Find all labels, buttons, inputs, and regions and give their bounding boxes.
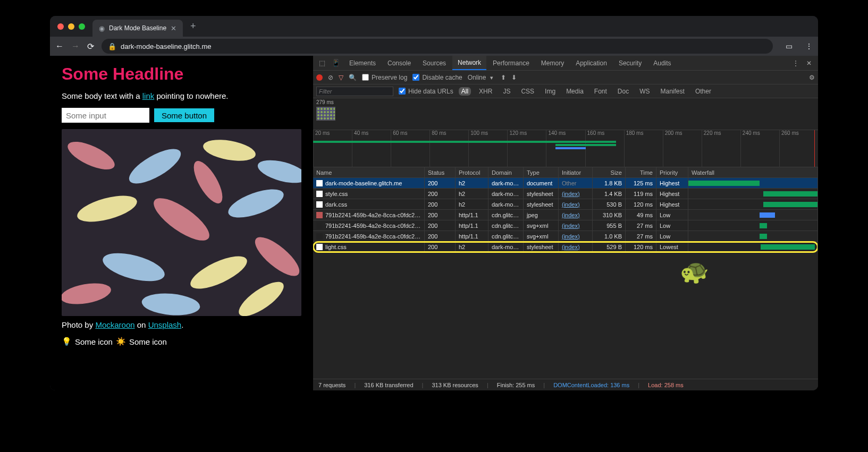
lock-icon: 🔒 <box>108 42 116 50</box>
credit-site-link[interactable]: Unsplash <box>148 320 182 329</box>
browser-window: ◉ Dark Mode Baseline ✕ + ← → ⟳ 🔒 dark-mo… <box>50 16 818 390</box>
col-time[interactable]: Time <box>626 167 656 177</box>
image-credit: Photo by Mockaroon on Unsplash. <box>62 320 301 329</box>
settings-icon[interactable]: ⚙ <box>809 74 815 81</box>
sb-load: Load: 258 ms <box>648 382 684 388</box>
col-type[interactable]: Type <box>524 167 559 177</box>
minimize-window-button[interactable] <box>68 23 74 30</box>
search-icon[interactable]: 🔍 <box>349 74 357 81</box>
close-window-button[interactable] <box>57 23 64 30</box>
waterfall-timeline-ruler[interactable]: 20 ms40 ms60 ms80 ms100 ms120 ms140 ms16… <box>313 130 818 167</box>
icon-label-1: Some icon <box>75 337 113 346</box>
timeline-tick: 100 ms <box>468 130 507 167</box>
browser-tab[interactable]: ◉ Dark Mode Baseline ✕ <box>92 20 183 37</box>
network-overview[interactable]: 279 ms <box>313 98 818 130</box>
forward-button[interactable]: → <box>71 41 80 51</box>
timeline-tick: 20 ms <box>313 130 352 167</box>
devtools-tab-application[interactable]: Application <box>570 56 612 70</box>
filter-type-img[interactable]: Img <box>542 87 558 96</box>
table-row[interactable]: 791b2241-459b-4a2e-8cca-c0fdc2…200http/1… <box>313 220 818 231</box>
col-protocol[interactable]: Protocol <box>456 167 488 177</box>
table-row[interactable]: dark-mode-baseline.glitch.me200h2dark-mo… <box>313 178 818 189</box>
table-row[interactable]: 791b2241-459b-4a2e-8cca-c0fdc2…200http/1… <box>313 210 818 220</box>
filter-type-other[interactable]: Other <box>693 87 714 96</box>
browser-menu-icon[interactable]: ⋮ <box>805 42 813 50</box>
icon-label-2: Some icon <box>129 337 167 346</box>
filter-type-js[interactable]: JS <box>500 87 513 96</box>
timeline-tick: 180 ms <box>624 130 663 167</box>
filter-type-xhr[interactable]: XHR <box>476 87 495 96</box>
filter-type-all[interactable]: All <box>459 87 471 96</box>
page-headline: Some Headline <box>62 64 301 84</box>
col-domain[interactable]: Domain <box>488 167 524 177</box>
devtools-tab-sources[interactable]: Sources <box>417 56 451 70</box>
table-row[interactable]: style.css200h2dark-mo…stylesheet(index)1… <box>313 189 818 199</box>
url-text: dark-mode-baseline.glitch.me <box>121 42 212 50</box>
devtools-menu-icon[interactable]: ⋮ <box>789 59 802 67</box>
devtools-panel: ⬚ 📱 ElementsConsoleSourcesNetworkPerform… <box>313 56 818 390</box>
throttle-select[interactable]: Online ▾ <box>468 74 495 81</box>
body-link[interactable]: link <box>142 91 155 100</box>
table-row[interactable]: light.css200h2dark-mo…stylesheet(index)5… <box>313 242 818 252</box>
devtools-close-icon[interactable]: ✕ <box>803 59 815 67</box>
filter-type-ws[interactable]: WS <box>637 87 652 96</box>
devtools-tab-audits[interactable]: Audits <box>648 56 676 70</box>
back-button[interactable]: ← <box>55 41 64 51</box>
devtools-tabs: ⬚ 📱 ElementsConsoleSourcesNetworkPerform… <box>313 56 818 71</box>
col-initiator[interactable]: Initiator <box>559 167 593 177</box>
file-icon <box>316 244 323 250</box>
devtools-tab-elements[interactable]: Elements <box>344 56 381 70</box>
table-row[interactable]: 791b2241-459b-4a2e-8cca-c0fdc2…200http/1… <box>313 231 818 242</box>
filter-input[interactable] <box>316 87 393 96</box>
col-priority[interactable]: Priority <box>656 167 688 177</box>
sb-transferred: 316 KB transferred <box>364 382 413 388</box>
col-size[interactable]: Size <box>593 167 626 177</box>
close-tab-icon[interactable]: ✕ <box>171 24 176 32</box>
filter-type-media[interactable]: Media <box>563 87 586 96</box>
browser-toolbar: ← → ⟳ 🔒 dark-mode-baseline.glitch.me ▭ ⋮ <box>50 37 818 56</box>
reload-button[interactable]: ⟳ <box>87 41 94 52</box>
filter-type-font[interactable]: Font <box>592 87 610 96</box>
filter-type-doc[interactable]: Doc <box>615 87 631 96</box>
icons-row: 💡 Some icon ☀️ Some icon <box>62 337 301 346</box>
upload-icon[interactable]: ⬆ <box>501 74 506 81</box>
clear-icon[interactable]: ⊘ <box>328 74 333 81</box>
network-toolbar: ⊘ ▽ 🔍 Preserve log Disable cache Online … <box>313 71 818 84</box>
disable-cache-checkbox[interactable]: Disable cache <box>412 74 462 81</box>
maximize-window-button[interactable] <box>79 23 85 30</box>
timeline-tick: 200 ms <box>663 130 702 167</box>
sun-icon: ☀️ <box>116 337 126 346</box>
sb-domcontentloaded: DOMContentLoaded: 136 ms <box>553 382 629 388</box>
file-icon <box>316 223 323 229</box>
credit-author-link[interactable]: Mockaroon <box>95 320 134 329</box>
new-tab-button[interactable]: + <box>190 21 196 32</box>
col-status[interactable]: Status <box>425 167 456 177</box>
table-row[interactable]: dark.css200h2dark-mo…stylesheet(index)53… <box>313 199 818 210</box>
devtools-tab-memory[interactable]: Memory <box>536 56 569 70</box>
preserve-log-checkbox[interactable]: Preserve log <box>362 74 407 81</box>
timeline-tick: 160 ms <box>585 130 624 167</box>
devtools-tab-console[interactable]: Console <box>382 56 416 70</box>
timeline-tick: 80 ms <box>429 130 468 167</box>
col-name[interactable]: Name <box>313 167 425 177</box>
file-icon <box>316 180 323 186</box>
filter-toggle-icon[interactable]: ▽ <box>339 74 343 81</box>
devtools-tab-security[interactable]: Security <box>613 56 647 70</box>
timeline-tick: 220 ms <box>702 130 740 167</box>
download-icon[interactable]: ⬇ <box>511 74 517 81</box>
text-input[interactable] <box>62 108 149 123</box>
extension-icon[interactable]: ▭ <box>786 42 793 50</box>
table-header: Name Status Protocol Domain Type Initiat… <box>313 167 818 178</box>
address-bar[interactable]: 🔒 dark-mode-baseline.glitch.me <box>102 39 773 54</box>
primary-button[interactable]: Some button <box>154 108 215 123</box>
timeline-tick: 260 ms <box>779 130 818 167</box>
col-waterfall[interactable]: Waterfall <box>688 167 818 177</box>
hide-data-urls-checkbox[interactable]: Hide data URLs <box>399 88 453 95</box>
filter-type-manifest[interactable]: Manifest <box>658 87 687 96</box>
filter-type-css[interactable]: CSS <box>518 87 537 96</box>
inspect-icon[interactable]: ⬚ <box>316 59 328 67</box>
devtools-tab-performance[interactable]: Performance <box>487 56 535 70</box>
devtools-tab-network[interactable]: Network <box>452 56 486 70</box>
device-icon[interactable]: 📱 <box>329 59 343 67</box>
record-button[interactable] <box>316 74 323 81</box>
